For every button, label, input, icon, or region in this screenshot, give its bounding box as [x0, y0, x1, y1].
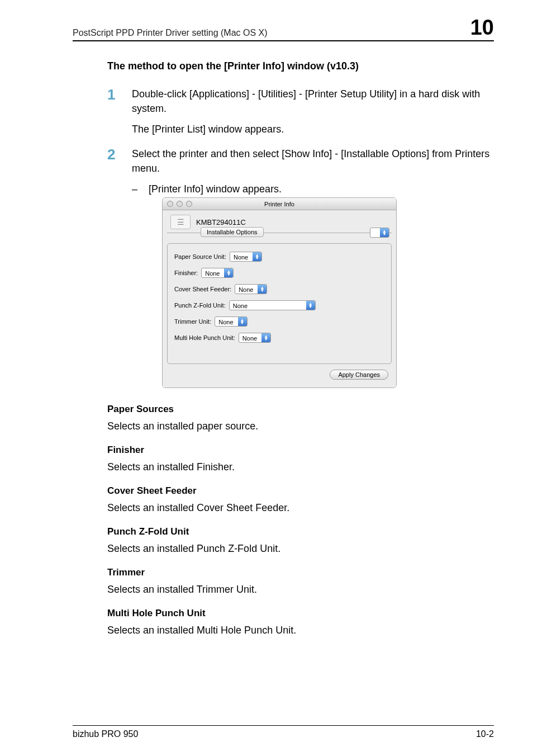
- step-number: 2: [107, 147, 132, 176]
- option-label: Multi Hole Punch Unit:: [174, 334, 235, 341]
- option-label: Punch Z-Fold Unit:: [174, 302, 226, 309]
- header-title: PostScript PPD Printer Driver setting (M…: [73, 28, 268, 38]
- panel-selector[interactable]: ▲▼: [370, 228, 389, 238]
- option-trimmer: Trimmer Unit: None ▲▼: [174, 316, 384, 327]
- option-punch-zfold: Punch Z-Fold Unit: None ▲▼: [174, 300, 384, 310]
- bullet-dash: –: [132, 183, 149, 195]
- option-label: Trimmer Unit:: [174, 318, 211, 325]
- chapter-number: 10: [470, 17, 494, 38]
- apply-changes-button[interactable]: Apply Changes: [330, 370, 388, 380]
- cover-sheet-select[interactable]: None ▲▼: [235, 284, 267, 294]
- option-paper-source: Paper Source Unit: None ▲▼: [174, 252, 384, 262]
- section-head-finisher: Finisher: [107, 445, 494, 456]
- mac-window: Printer Info ☰ KMBT294011C Installable O…: [162, 197, 397, 388]
- chevrons-icon: ▲▼: [253, 252, 261, 261]
- printer-info-dialog: Printer Info ☰ KMBT294011C Installable O…: [162, 197, 494, 388]
- multi-hole-select[interactable]: None ▲▼: [239, 333, 271, 343]
- step-text: Double-click [Applications] - [Utilities…: [132, 87, 494, 116]
- trimmer-select[interactable]: None ▲▼: [215, 316, 247, 327]
- step-1: 1 Double-click [Applications] - [Utiliti…: [107, 87, 494, 116]
- option-label: Finisher:: [174, 270, 198, 276]
- section-body: Selects an installed Trimmer Unit.: [107, 584, 494, 596]
- option-finisher: Finisher: None ▲▼: [174, 268, 384, 278]
- step-2-bullet: – [Printer Info] window appears.: [132, 183, 494, 195]
- section-head-multi-hole: Multi Hole Punch Unit: [107, 608, 494, 619]
- section-head-paper-sources: Paper Sources: [107, 404, 494, 415]
- section-body: Selects an installed Multi Hole Punch Un…: [107, 625, 494, 636]
- punch-zfold-select[interactable]: None ▲▼: [229, 300, 316, 310]
- section-head-cover-sheet: Cover Sheet Feeder: [107, 485, 494, 497]
- step-1-followup: The [Printer List] window appears.: [132, 124, 494, 135]
- section-body: Selects an installed Finisher.: [107, 461, 494, 473]
- section-body: Selects an installed Punch Z-Fold Unit.: [107, 543, 494, 555]
- page-header: PostScript PPD Printer Driver setting (M…: [73, 17, 494, 41]
- option-cover-sheet: Cover Sheet Feeder: None ▲▼: [174, 284, 384, 294]
- titlebar: Printer Info: [163, 198, 396, 210]
- apply-row: Apply Changes: [170, 370, 388, 380]
- chevrons-icon: ▲▼: [238, 317, 247, 326]
- option-multi-hole: Multi Hole Punch Unit: None ▲▼: [174, 333, 384, 343]
- printer-name: KMBT294011C: [196, 218, 246, 226]
- chevrons-icon: ▲▼: [306, 301, 315, 310]
- step-text: Select the printer and then select [Show…: [132, 147, 494, 176]
- section-head-trimmer: Trimmer: [107, 567, 494, 578]
- chevrons-icon: ▲▼: [258, 285, 266, 294]
- chevrons-icon: ▲▼: [261, 333, 270, 342]
- finisher-select[interactable]: None ▲▼: [201, 268, 234, 278]
- step-number: 1: [107, 87, 132, 116]
- section-body: Selects an installed paper source.: [107, 420, 494, 432]
- chevrons-icon: ▲▼: [224, 268, 233, 277]
- section-body: Selects an installed Cover Sheet Feeder.: [107, 502, 494, 514]
- option-label: Paper Source Unit:: [174, 253, 226, 260]
- tab-bar: Installable Options ▲▼ Paper Source Unit…: [167, 233, 392, 364]
- footer-right: 10-2: [476, 729, 494, 739]
- step-2: 2 Select the printer and then select [Sh…: [107, 147, 494, 176]
- page-footer: bizhub PRO 950 10-2: [73, 725, 494, 739]
- footer-left: bizhub PRO 950: [73, 729, 138, 739]
- chevrons-icon: ▲▼: [380, 228, 389, 237]
- subsection-title: The method to open the [Printer Info] wi…: [107, 60, 494, 72]
- bullet-text: [Printer Info] window appears.: [149, 183, 282, 195]
- paper-source-select[interactable]: None ▲▼: [230, 252, 262, 262]
- window-title: Printer Info: [163, 201, 396, 207]
- section-head-punch-zfold: Punch Z-Fold Unit: [107, 526, 494, 537]
- option-label: Cover Sheet Feeder:: [174, 286, 231, 292]
- options-frame: Paper Source Unit: None ▲▼ Finisher: Non…: [167, 243, 392, 364]
- window-body: ☰ KMBT294011C Installable Options ▲▼ Pap…: [163, 210, 396, 388]
- tab-installable-options: Installable Options: [201, 227, 264, 237]
